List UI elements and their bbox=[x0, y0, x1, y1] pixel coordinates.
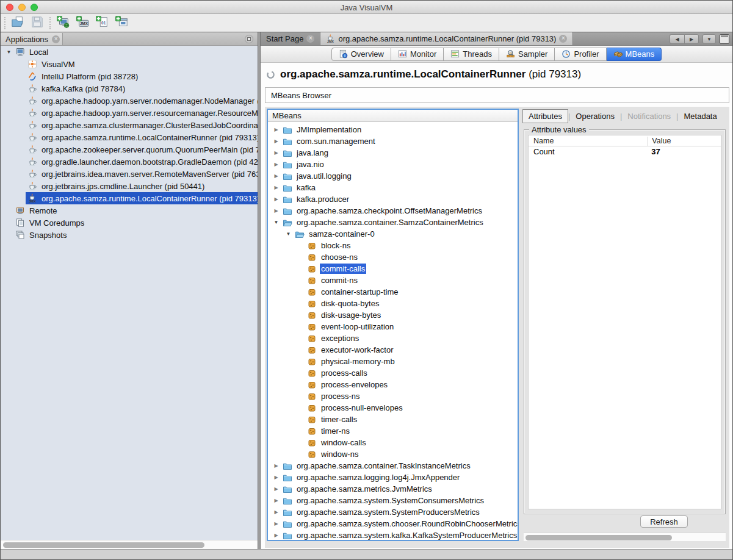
expand-icon[interactable]: ▶ bbox=[272, 533, 281, 538]
maximize-tab-button[interactable] bbox=[720, 34, 729, 44]
mbean-tree-item[interactable]: ▶kafka bbox=[268, 182, 518, 193]
save-snapshot-button[interactable] bbox=[29, 15, 46, 31]
mbean-tree-item[interactable]: executor-work-factor bbox=[268, 344, 518, 356]
mbean-tree-item[interactable]: ▶org.apache.samza.system.SystemProducers… bbox=[268, 506, 518, 518]
view-tab-threads[interactable]: Threads bbox=[444, 48, 499, 61]
scroll-tabs-left-button[interactable]: ◀ bbox=[670, 34, 684, 44]
applications-tab[interactable]: Applications × bbox=[1, 33, 63, 45]
view-tab-sampler[interactable]: Sampler bbox=[499, 48, 555, 61]
expand-icon[interactable]: ▶ bbox=[272, 127, 281, 132]
add-jmx-connection-button[interactable] bbox=[74, 15, 91, 31]
column-name[interactable]: Name bbox=[533, 137, 554, 145]
mbean-tree-item[interactable]: exceptions bbox=[268, 332, 518, 344]
expand-icon[interactable]: ▶ bbox=[272, 498, 281, 503]
expand-icon[interactable]: ▶ bbox=[272, 173, 281, 179]
application-tree-item[interactable]: org.apache.hadoop.yarn.server.nodemanage… bbox=[1, 95, 258, 107]
mbean-tree-item[interactable]: ▼org.apache.samza.container.SamzaContain… bbox=[268, 217, 518, 228]
mbean-tree-item[interactable]: ▶com.sun.management bbox=[268, 135, 518, 147]
application-tree-item[interactable]: org.apache.zookeeper.server.quorum.Quoru… bbox=[1, 143, 258, 156]
scroll-tabs-right-button[interactable]: ▶ bbox=[684, 34, 699, 44]
application-tree-item[interactable]: org.jetbrains.idea.maven.server.RemoteMa… bbox=[1, 168, 258, 180]
application-tree-item[interactable]: ▼Local bbox=[1, 46, 258, 58]
mbean-tree-item[interactable]: ▼samza-container-0 bbox=[268, 228, 518, 240]
mbean-tree-item[interactable]: timer-calls bbox=[268, 414, 518, 425]
mbean-tree-item[interactable]: ▶org.apache.samza.checkpoint.OffsetManag… bbox=[268, 205, 518, 217]
application-tree-item[interactable]: org.apache.samza.clustermanager.ClusterB… bbox=[1, 119, 258, 131]
view-tab-profiler[interactable]: Profiler bbox=[555, 48, 606, 61]
mbean-tree-item[interactable]: ▶org.apache.samza.system.kafka.KafkaSyst… bbox=[268, 529, 518, 540]
view-tab-monitor[interactable]: Monitor bbox=[391, 48, 444, 61]
mbean-tree-item[interactable]: process-null-envelopes bbox=[268, 402, 518, 414]
mbean-tree-item[interactable]: disk-quota-bytes bbox=[268, 298, 518, 309]
mbean-tree-item[interactable]: process-calls bbox=[268, 367, 518, 379]
load-snapshot-button[interactable] bbox=[9, 15, 26, 31]
details-tab-notifications[interactable]: Notifications bbox=[622, 110, 676, 123]
mbean-tree-item[interactable]: container-startup-time bbox=[268, 286, 518, 298]
details-tab-metadata[interactable]: Metadata bbox=[679, 110, 723, 123]
application-tree-item[interactable]: org.gradle.launcher.daemon.bootstrap.Gra… bbox=[1, 156, 258, 168]
document-tab[interactable]: Start Page× bbox=[261, 32, 320, 45]
refresh-button[interactable]: Refresh bbox=[640, 515, 688, 528]
application-tree-item[interactable]: org.apache.hadoop.yarn.server.resourcema… bbox=[1, 107, 258, 119]
close-icon[interactable]: × bbox=[52, 35, 60, 43]
applications-horizontal-scrollbar[interactable] bbox=[1, 540, 258, 549]
mbean-tree-item[interactable]: timer-ns bbox=[268, 425, 518, 437]
mbean-tree-item[interactable]: process-ns bbox=[268, 390, 518, 402]
application-tree-item[interactable]: org.apache.samza.runtime.LocalContainerR… bbox=[1, 192, 258, 204]
mbean-tree-item[interactable]: window-calls bbox=[268, 437, 518, 448]
add-application-snapshot-button[interactable] bbox=[113, 15, 130, 31]
expand-icon[interactable]: ▶ bbox=[272, 521, 281, 526]
mbean-tree-item[interactable]: event-loop-utilization bbox=[268, 321, 518, 332]
expand-icon[interactable]: ▶ bbox=[272, 208, 281, 214]
float-panel-button[interactable] bbox=[245, 35, 253, 43]
mbean-tree-item[interactable]: ▶java.lang bbox=[268, 147, 518, 159]
mbean-tree-item[interactable]: ▶org.apache.samza.container.TaskInstance… bbox=[268, 460, 518, 472]
collapse-icon[interactable]: ▼ bbox=[4, 49, 13, 55]
attribute-row[interactable]: Count37 bbox=[529, 146, 721, 157]
application-tree-item[interactable]: org.jetbrains.jps.cmdline.Launcher (pid … bbox=[1, 180, 258, 192]
expand-icon[interactable]: ▶ bbox=[272, 486, 281, 492]
expand-icon[interactable]: ▶ bbox=[272, 150, 281, 156]
mbean-tree-item[interactable]: ▶JMImplementation bbox=[268, 124, 518, 135]
details-tab-operations[interactable]: Operations bbox=[570, 110, 620, 123]
add-vm-coredump-button[interactable] bbox=[93, 15, 110, 31]
mbean-tree-item[interactable]: physical-memory-mb bbox=[268, 356, 518, 367]
collapse-icon[interactable]: ▼ bbox=[284, 231, 293, 237]
mbean-tree-item[interactable]: disk-usage-bytes bbox=[268, 309, 518, 321]
scrollbar-thumb[interactable] bbox=[525, 535, 672, 540]
application-tree-item[interactable]: Snapshots bbox=[1, 229, 258, 241]
mbean-tree-item[interactable]: ▶java.nio bbox=[268, 159, 518, 170]
mbean-tree-item[interactable]: ▶org.apache.samza.system.chooser.RoundRo… bbox=[268, 518, 518, 529]
mbean-tree-item[interactable]: process-envelopes bbox=[268, 379, 518, 390]
mbean-tree-item[interactable]: block-ns bbox=[268, 240, 518, 251]
view-tab-overview[interactable]: Overview bbox=[331, 48, 391, 61]
mbean-tree-item[interactable]: ▶kafka.producer bbox=[268, 193, 518, 205]
close-icon[interactable]: × bbox=[559, 35, 567, 43]
application-tree-item[interactable]: kafka.Kafka (pid 78784) bbox=[1, 82, 258, 95]
application-tree-item[interactable]: IntelliJ Platform (pid 38728) bbox=[1, 70, 258, 82]
expand-icon[interactable]: ▶ bbox=[272, 475, 281, 480]
mbean-tree-item[interactable]: ▶org.apache.samza.system.SystemConsumers… bbox=[268, 495, 518, 506]
mbean-tree-item[interactable]: commit-ns bbox=[268, 275, 518, 286]
expand-icon[interactable]: ▶ bbox=[272, 509, 281, 515]
document-tab[interactable]: org.apache.samza.runtime.LocalContainerR… bbox=[320, 32, 573, 45]
column-value[interactable]: Value bbox=[648, 137, 671, 146]
application-tree-item[interactable]: Remote bbox=[1, 204, 258, 217]
application-tree-item[interactable]: VisualVM bbox=[1, 58, 258, 70]
view-tab-mbeans[interactable]: MBeans bbox=[607, 48, 662, 61]
details-tab-attributes[interactable]: Attributes bbox=[522, 109, 568, 123]
application-tree-item[interactable]: org.apache.samza.runtime.LocalContainerR… bbox=[1, 131, 258, 143]
expand-icon[interactable]: ▶ bbox=[272, 138, 281, 144]
mbean-tree-item[interactable]: commit-calls bbox=[268, 263, 518, 275]
mbean-tree-item[interactable]: window-ns bbox=[268, 448, 518, 460]
add-remote-host-button[interactable] bbox=[54, 15, 71, 31]
application-tree-item[interactable]: VM Coredumps bbox=[1, 217, 258, 229]
expand-icon[interactable]: ▶ bbox=[272, 463, 281, 468]
mbean-tree-item[interactable]: choose-ns bbox=[268, 251, 518, 263]
mbean-tree-item[interactable]: ▶org.apache.samza.metrics.JvmMetrics bbox=[268, 483, 518, 495]
mbean-tree-item[interactable]: ▶java.util.logging bbox=[268, 170, 518, 182]
tab-list-dropdown-button[interactable]: ▼ bbox=[702, 34, 716, 44]
close-icon[interactable]: × bbox=[306, 35, 314, 43]
details-horizontal-scrollbar[interactable] bbox=[524, 533, 726, 541]
expand-icon[interactable]: ▶ bbox=[272, 196, 281, 202]
